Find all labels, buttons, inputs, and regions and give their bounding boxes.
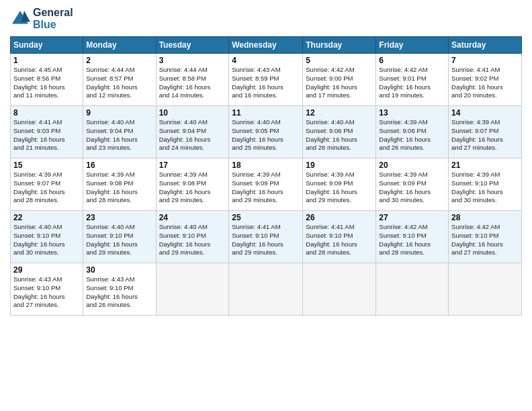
calendar-cell: 14Sunrise: 4:39 AMSunset: 9:07 PMDayligh… bbox=[449, 106, 522, 158]
weekday-header-thursday: Thursday bbox=[303, 37, 376, 54]
day-number: 7 bbox=[451, 56, 519, 65]
day-info: Sunrise: 4:39 AMSunset: 9:07 PMDaylight:… bbox=[13, 171, 80, 205]
day-number: 22 bbox=[13, 213, 80, 222]
calendar-cell: 29Sunrise: 4:43 AMSunset: 9:10 PMDayligh… bbox=[11, 263, 83, 316]
day-info: Sunrise: 4:41 AMSunset: 9:10 PMDaylight:… bbox=[306, 223, 373, 257]
day-info: Sunrise: 4:41 AMSunset: 9:02 PMDaylight:… bbox=[451, 66, 519, 100]
day-info: Sunrise: 4:42 AMSunset: 9:10 PMDaylight:… bbox=[451, 223, 519, 257]
calendar-cell: 7Sunrise: 4:41 AMSunset: 9:02 PMDaylight… bbox=[449, 54, 522, 106]
day-number: 21 bbox=[451, 161, 519, 170]
day-number: 18 bbox=[232, 161, 300, 170]
calendar-week-1: 1Sunrise: 4:45 AMSunset: 8:56 PMDaylight… bbox=[11, 54, 522, 106]
calendar-week-5: 29Sunrise: 4:43 AMSunset: 9:10 PMDayligh… bbox=[11, 263, 522, 316]
calendar-cell: 18Sunrise: 4:39 AMSunset: 9:09 PMDayligh… bbox=[229, 158, 303, 211]
day-info: Sunrise: 4:44 AMSunset: 8:58 PMDaylight:… bbox=[159, 66, 226, 100]
calendar-cell: 16Sunrise: 4:39 AMSunset: 9:08 PMDayligh… bbox=[83, 158, 156, 211]
day-number: 1 bbox=[13, 56, 80, 65]
calendar-cell: 1Sunrise: 4:45 AMSunset: 8:56 PMDaylight… bbox=[11, 54, 83, 106]
day-number: 5 bbox=[306, 56, 373, 65]
day-number: 6 bbox=[379, 56, 445, 65]
day-number: 3 bbox=[159, 56, 226, 65]
weekday-header-saturday: Saturday bbox=[449, 37, 522, 54]
calendar-cell: 21Sunrise: 4:39 AMSunset: 9:10 PMDayligh… bbox=[449, 158, 522, 211]
day-info: Sunrise: 4:45 AMSunset: 8:56 PMDaylight:… bbox=[13, 66, 80, 100]
day-info: Sunrise: 4:40 AMSunset: 9:10 PMDaylight:… bbox=[159, 223, 226, 257]
day-number: 15 bbox=[13, 161, 80, 170]
calendar-cell bbox=[156, 263, 229, 316]
calendar-cell: 10Sunrise: 4:40 AMSunset: 9:04 PMDayligh… bbox=[156, 106, 229, 158]
day-number: 27 bbox=[379, 213, 445, 222]
logo-icon bbox=[10, 9, 30, 29]
calendar-cell: 26Sunrise: 4:41 AMSunset: 9:10 PMDayligh… bbox=[303, 211, 376, 263]
day-number: 8 bbox=[13, 108, 80, 118]
calendar-cell: 20Sunrise: 4:39 AMSunset: 9:09 PMDayligh… bbox=[376, 158, 449, 211]
calendar-cell: 15Sunrise: 4:39 AMSunset: 9:07 PMDayligh… bbox=[11, 158, 83, 211]
day-info: Sunrise: 4:42 AMSunset: 9:00 PMDaylight:… bbox=[306, 66, 373, 100]
day-number: 30 bbox=[86, 265, 152, 275]
calendar-cell: 2Sunrise: 4:44 AMSunset: 8:57 PMDaylight… bbox=[83, 54, 156, 106]
calendar-cell: 30Sunrise: 4:43 AMSunset: 9:10 PMDayligh… bbox=[83, 263, 156, 316]
day-info: Sunrise: 4:39 AMSunset: 9:09 PMDaylight:… bbox=[306, 171, 373, 205]
calendar-cell: 19Sunrise: 4:39 AMSunset: 9:09 PMDayligh… bbox=[303, 158, 376, 211]
day-number: 4 bbox=[232, 56, 300, 65]
day-info: Sunrise: 4:39 AMSunset: 9:06 PMDaylight:… bbox=[379, 118, 445, 152]
day-info: Sunrise: 4:43 AMSunset: 9:10 PMDaylight:… bbox=[86, 275, 152, 310]
calendar-cell: 3Sunrise: 4:44 AMSunset: 8:58 PMDaylight… bbox=[156, 54, 229, 106]
calendar-cell bbox=[229, 263, 303, 316]
calendar-cell: 9Sunrise: 4:40 AMSunset: 9:04 PMDaylight… bbox=[83, 106, 156, 158]
day-info: Sunrise: 4:42 AMSunset: 9:01 PMDaylight:… bbox=[379, 66, 445, 100]
calendar-week-4: 22Sunrise: 4:40 AMSunset: 9:10 PMDayligh… bbox=[11, 211, 522, 263]
day-info: Sunrise: 4:43 AMSunset: 9:10 PMDaylight:… bbox=[13, 275, 80, 310]
calendar-cell: 27Sunrise: 4:42 AMSunset: 9:10 PMDayligh… bbox=[376, 211, 449, 263]
day-number: 24 bbox=[159, 213, 226, 222]
day-number: 11 bbox=[232, 108, 300, 118]
weekday-header-wednesday: Wednesday bbox=[229, 37, 303, 54]
day-number: 17 bbox=[159, 161, 226, 170]
logo: General Blue bbox=[10, 7, 73, 31]
day-number: 12 bbox=[306, 108, 373, 118]
calendar-cell bbox=[303, 263, 376, 316]
calendar-cell: 28Sunrise: 4:42 AMSunset: 9:10 PMDayligh… bbox=[449, 211, 522, 263]
day-number: 23 bbox=[86, 213, 152, 222]
day-info: Sunrise: 4:40 AMSunset: 9:10 PMDaylight:… bbox=[86, 223, 152, 257]
day-number: 2 bbox=[86, 56, 152, 65]
calendar-cell: 6Sunrise: 4:42 AMSunset: 9:01 PMDaylight… bbox=[376, 54, 449, 106]
weekday-header-monday: Monday bbox=[83, 37, 156, 54]
weekday-header-friday: Friday bbox=[376, 37, 449, 54]
calendar-cell bbox=[376, 263, 449, 316]
calendar-cell: 24Sunrise: 4:40 AMSunset: 9:10 PMDayligh… bbox=[156, 211, 229, 263]
header: General Blue bbox=[10, 7, 522, 31]
calendar-table: SundayMondayTuesdayWednesdayThursdayFrid… bbox=[10, 36, 522, 316]
calendar-week-2: 8Sunrise: 4:41 AMSunset: 9:03 PMDaylight… bbox=[11, 106, 522, 158]
day-info: Sunrise: 4:41 AMSunset: 9:03 PMDaylight:… bbox=[13, 118, 80, 152]
day-info: Sunrise: 4:39 AMSunset: 9:09 PMDaylight:… bbox=[379, 171, 445, 205]
day-info: Sunrise: 4:44 AMSunset: 8:57 PMDaylight:… bbox=[86, 66, 152, 100]
day-number: 28 bbox=[451, 213, 519, 222]
weekday-row: SundayMondayTuesdayWednesdayThursdayFrid… bbox=[11, 37, 522, 54]
day-info: Sunrise: 4:39 AMSunset: 9:10 PMDaylight:… bbox=[451, 171, 519, 205]
weekday-header-sunday: Sunday bbox=[11, 37, 83, 54]
calendar-cell: 8Sunrise: 4:41 AMSunset: 9:03 PMDaylight… bbox=[11, 106, 83, 158]
day-info: Sunrise: 4:41 AMSunset: 9:10 PMDaylight:… bbox=[232, 223, 300, 257]
calendar-cell: 25Sunrise: 4:41 AMSunset: 9:10 PMDayligh… bbox=[229, 211, 303, 263]
day-info: Sunrise: 4:40 AMSunset: 9:05 PMDaylight:… bbox=[232, 118, 300, 152]
day-info: Sunrise: 4:40 AMSunset: 9:06 PMDaylight:… bbox=[306, 118, 373, 152]
calendar-cell: 22Sunrise: 4:40 AMSunset: 9:10 PMDayligh… bbox=[11, 211, 83, 263]
day-info: Sunrise: 4:40 AMSunset: 9:04 PMDaylight:… bbox=[159, 118, 226, 152]
day-info: Sunrise: 4:43 AMSunset: 8:59 PMDaylight:… bbox=[232, 66, 300, 100]
day-info: Sunrise: 4:39 AMSunset: 9:08 PMDaylight:… bbox=[86, 171, 152, 205]
day-number: 13 bbox=[379, 108, 445, 118]
day-info: Sunrise: 4:39 AMSunset: 9:09 PMDaylight:… bbox=[232, 171, 300, 205]
calendar-week-3: 15Sunrise: 4:39 AMSunset: 9:07 PMDayligh… bbox=[11, 158, 522, 211]
day-number: 29 bbox=[13, 265, 80, 275]
calendar-body: 1Sunrise: 4:45 AMSunset: 8:56 PMDaylight… bbox=[11, 54, 522, 316]
calendar-cell: 13Sunrise: 4:39 AMSunset: 9:06 PMDayligh… bbox=[376, 106, 449, 158]
calendar-cell: 5Sunrise: 4:42 AMSunset: 9:00 PMDaylight… bbox=[303, 54, 376, 106]
day-number: 10 bbox=[159, 108, 226, 118]
day-number: 19 bbox=[306, 161, 373, 170]
day-number: 26 bbox=[306, 213, 373, 222]
weekday-header-tuesday: Tuesday bbox=[156, 37, 229, 54]
day-number: 20 bbox=[379, 161, 445, 170]
logo-text: General Blue bbox=[33, 7, 73, 31]
day-info: Sunrise: 4:40 AMSunset: 9:10 PMDaylight:… bbox=[13, 223, 80, 257]
